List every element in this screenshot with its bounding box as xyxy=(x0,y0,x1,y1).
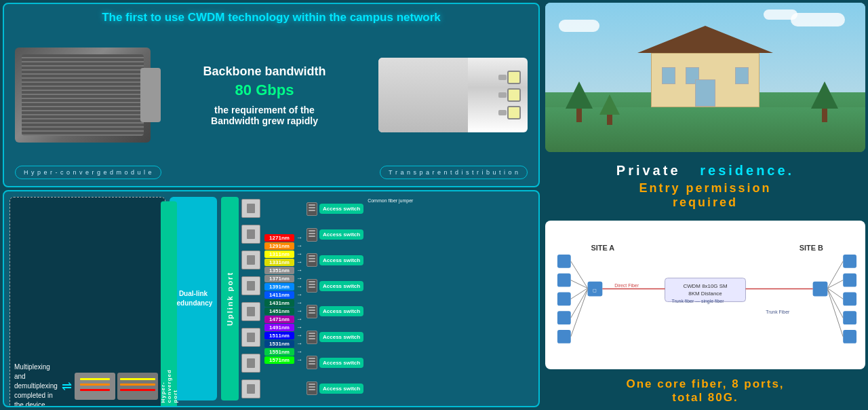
switch-row-1: Access switch xyxy=(307,228,363,242)
hardware-module-image xyxy=(15,48,151,143)
switch-row-5: Access switch xyxy=(307,331,363,344)
building xyxy=(637,26,773,107)
wavelength-arrow-4: → xyxy=(296,267,302,274)
switch-row-0: Access switch xyxy=(307,202,363,216)
svg-text:◻: ◻ xyxy=(593,288,597,293)
port-6 xyxy=(241,328,260,347)
switch-icon-4 xyxy=(307,305,317,318)
residence-word: residence. xyxy=(700,163,794,178)
bandwidth-desc1: the requirement of the xyxy=(157,105,372,115)
cloud-3 xyxy=(559,20,599,32)
switch-icon-6 xyxy=(307,356,317,369)
top-section: The first to use CWDM technology within … xyxy=(3,3,540,187)
wavelength-label-4: 1351nm xyxy=(264,267,294,274)
wavelength-row-3: 1331nm→ xyxy=(264,259,302,266)
tree-1 xyxy=(566,102,593,122)
transparent-distribution-label: T r a n s p a r e n t d i s t r i b u t … xyxy=(380,166,528,179)
wavelength-row-6: 1391nm→ xyxy=(264,283,302,291)
switch-row-2: Access switch xyxy=(307,253,363,267)
connector-dot-3 xyxy=(507,106,521,119)
trunk-fiber-label: Trunk fiber — single fiber xyxy=(671,299,724,304)
access-switch-btn-0[interactable]: Access switch xyxy=(319,204,363,214)
wavelength-row-4: 1351nm→ xyxy=(264,267,302,274)
port-2 xyxy=(241,225,260,244)
bandwidth-desc2: Bandwidth grew rapidly xyxy=(157,115,372,126)
wavelength-row-9: 1451nm→ xyxy=(264,308,302,315)
common-fiber-label: Common fiber jumper xyxy=(368,198,413,400)
top-title: The first to use CWDM technology within … xyxy=(102,11,441,24)
switch-row-7: Access switch xyxy=(307,381,363,395)
site-b-core xyxy=(813,282,828,297)
wavelength-arrow-9: → xyxy=(296,308,302,314)
network-diagram: SITE A SITE B CWDM 8x10G SM 8KM Distance… xyxy=(545,221,865,369)
wavelength-label-14: 1551nm xyxy=(264,348,294,356)
access-a-1 xyxy=(557,255,571,268)
bandwidth-info: Backbone bandwidth 80 Gbps the requireme… xyxy=(157,64,372,126)
cwdm-label: CWDM 8x10G SM xyxy=(683,283,727,289)
wavelength-label-7: 1411nm xyxy=(264,291,294,299)
wavelength-arrow-2: → xyxy=(296,250,302,257)
wavelength-arrow-3: → xyxy=(296,259,302,265)
access-a-3 xyxy=(557,293,571,306)
direct-fiber-label: Direct Fiber xyxy=(614,283,639,288)
bottom-caption: One core fiber, 8 ports, total 80G. xyxy=(545,375,865,407)
port-1 xyxy=(241,199,260,218)
access-switch-btn-2[interactable]: Access switch xyxy=(319,255,363,265)
wavelength-row-13: 1531nm→ xyxy=(264,340,302,348)
access-switch-btn-4[interactable]: Access switch xyxy=(319,306,363,316)
switch-row-6: Access switch xyxy=(307,356,363,369)
access-b-2 xyxy=(843,274,856,287)
access-a-5 xyxy=(557,330,571,343)
wavelength-arrow-6: → xyxy=(296,283,302,290)
switch-icon-7 xyxy=(307,381,317,395)
access-b-4 xyxy=(843,311,856,324)
wavelength-label-5: 1371nm xyxy=(264,275,294,282)
access-switch-btn-5[interactable]: Access switch xyxy=(319,332,363,342)
uplink-ports xyxy=(241,197,260,400)
trunk-fiber-label-2: Trunk Fiber xyxy=(766,310,790,314)
switch-row-3: Access switch xyxy=(307,279,363,293)
access-switch-btn-6[interactable]: Access switch xyxy=(319,358,363,368)
site-a-label: SITE A xyxy=(591,244,614,252)
bandwidth-title: Backbone bandwidth xyxy=(157,64,372,79)
access-switches: Access switchAccess switchAccess switchA… xyxy=(307,197,363,400)
wavelength-label-15: 1571nm xyxy=(264,356,294,364)
hyper-converged-label: H y p e r - c o n v e r g e d m o d u l … xyxy=(15,166,161,179)
cloud-1 xyxy=(791,13,845,26)
wavelength-label-1: 1291nm xyxy=(264,242,294,250)
wavelength-row-11: 1491nm→ xyxy=(264,324,302,331)
wavelength-label-9: 1451nm xyxy=(264,308,294,315)
mux-blocks: Multiplexing and demultiplexing complete… xyxy=(9,197,165,400)
wavelength-row-5: 1371nm→ xyxy=(264,275,302,282)
private-text: Private residence. Entry permission requ… xyxy=(545,157,865,215)
access-b-3 xyxy=(843,293,856,306)
window-1 xyxy=(662,67,675,84)
bottom-section: Multiplexing and demultiplexing complete… xyxy=(3,190,540,407)
building-roof xyxy=(637,26,773,53)
wavelength-label-11: 1491nm xyxy=(264,324,294,331)
wavelength-arrow-14: → xyxy=(296,348,302,355)
switch-icon-0 xyxy=(307,202,317,216)
access-a-4 xyxy=(557,311,571,324)
access-b-5 xyxy=(843,330,856,343)
mux1-text: Multiplexing and demultiplexing complete… xyxy=(14,362,58,407)
required-text: required xyxy=(545,195,865,210)
switch-icon-5 xyxy=(307,331,317,344)
uplink-label: Uplink port xyxy=(221,197,239,400)
port-3 xyxy=(241,250,260,269)
wavelength-arrow-1: → xyxy=(296,242,302,249)
switch-icon-3 xyxy=(307,279,317,293)
access-switch-btn-1[interactable]: Access switch xyxy=(319,229,363,240)
access-switch-btn-3[interactable]: Access switch xyxy=(319,281,363,291)
wavelength-row-1: 1291nm→ xyxy=(264,242,302,250)
hardware-distribution-image xyxy=(378,58,528,132)
access-b-1 xyxy=(843,255,856,268)
access-switch-btn-7[interactable]: Access switch xyxy=(319,384,363,394)
door xyxy=(695,79,715,107)
tree-3 xyxy=(811,102,838,122)
wavelength-label-10: 1471nm xyxy=(264,316,294,323)
wavelength-row-7: 1411nm→ xyxy=(264,291,302,299)
wavelength-arrow-15: → xyxy=(296,356,302,363)
wavelength-label-6: 1391nm xyxy=(264,283,294,291)
wavelength-label-8: 1431nm xyxy=(264,299,294,307)
